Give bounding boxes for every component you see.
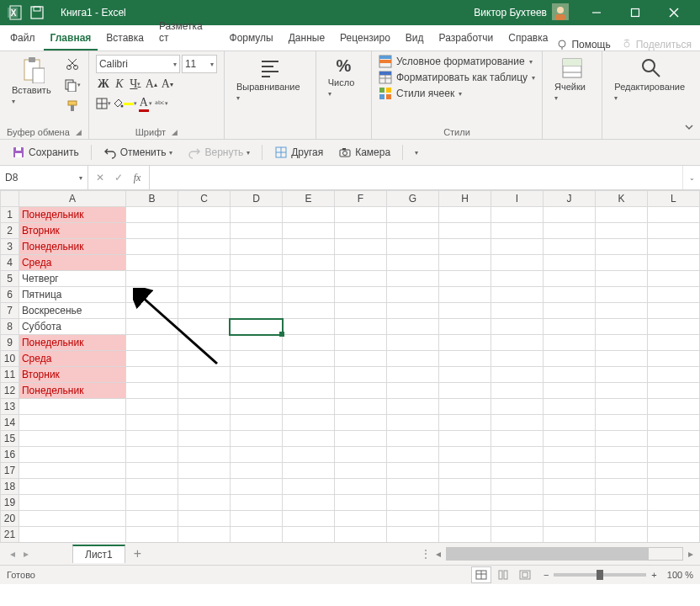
cell-I6[interactable] bbox=[491, 287, 544, 303]
cell-C2[interactable] bbox=[178, 223, 230, 239]
cell-A3[interactable]: Понедельник bbox=[19, 239, 125, 255]
cell-C4[interactable] bbox=[178, 255, 230, 271]
cell-I18[interactable] bbox=[491, 479, 544, 495]
autosave-icon[interactable] bbox=[30, 6, 44, 19]
cell-H17[interactable] bbox=[439, 463, 491, 479]
cell-A4[interactable]: Среда bbox=[19, 255, 125, 271]
cell-D15[interactable] bbox=[230, 431, 282, 447]
hscroll-right[interactable]: ▸ bbox=[688, 548, 693, 560]
cell-I14[interactable] bbox=[491, 415, 544, 431]
cell-J18[interactable] bbox=[543, 479, 595, 495]
row-header-9[interactable]: 9 bbox=[1, 335, 19, 351]
cell-F9[interactable] bbox=[335, 335, 387, 351]
cell-J8[interactable] bbox=[543, 319, 595, 335]
cell-J11[interactable] bbox=[543, 367, 595, 383]
cell-D5[interactable] bbox=[230, 271, 282, 287]
column-header-H[interactable]: H bbox=[439, 191, 491, 207]
clipboard-launcher[interactable]: ◢ bbox=[76, 128, 82, 136]
cell-G12[interactable] bbox=[386, 383, 438, 399]
cell-I1[interactable] bbox=[491, 207, 544, 223]
cell-I12[interactable] bbox=[491, 383, 544, 399]
row-header-2[interactable]: 2 bbox=[1, 223, 19, 239]
cell-I5[interactable] bbox=[491, 271, 544, 287]
cell-I20[interactable] bbox=[491, 511, 544, 527]
fill-color-button[interactable]: ▾ bbox=[112, 95, 137, 112]
cell-B15[interactable] bbox=[125, 431, 178, 447]
cell-B8[interactable] bbox=[125, 319, 178, 335]
cell-G7[interactable] bbox=[386, 303, 438, 319]
tab-разметка ст[interactable]: Разметка ст bbox=[152, 15, 221, 50]
cell-H10[interactable] bbox=[439, 351, 491, 367]
cell-K16[interactable] bbox=[595, 447, 647, 463]
cell-H4[interactable] bbox=[439, 255, 491, 271]
cell-F7[interactable] bbox=[335, 303, 387, 319]
cell-G6[interactable] bbox=[386, 287, 438, 303]
tab-разработчи[interactable]: Разработчи bbox=[432, 27, 501, 50]
cell-J6[interactable] bbox=[543, 287, 595, 303]
cell-G14[interactable] bbox=[386, 415, 438, 431]
view-page-break-button[interactable] bbox=[515, 566, 535, 583]
cell-E10[interactable] bbox=[283, 351, 335, 367]
cell-G18[interactable] bbox=[386, 479, 438, 495]
cell-K11[interactable] bbox=[595, 367, 647, 383]
cell-C17[interactable] bbox=[178, 463, 230, 479]
cell-F11[interactable] bbox=[335, 367, 387, 383]
cell-F12[interactable] bbox=[335, 383, 387, 399]
cell-A15[interactable] bbox=[19, 431, 125, 447]
cell-A7[interactable]: Воскресенье bbox=[19, 303, 125, 319]
select-all-cell[interactable] bbox=[1, 191, 19, 207]
cell-E5[interactable] bbox=[283, 271, 335, 287]
cell-G8[interactable] bbox=[386, 319, 438, 335]
row-header-1[interactable]: 1 bbox=[1, 207, 19, 223]
cell-I13[interactable] bbox=[491, 399, 544, 415]
cell-H9[interactable] bbox=[439, 335, 491, 351]
column-header-E[interactable]: E bbox=[283, 191, 335, 207]
cell-J12[interactable] bbox=[543, 383, 595, 399]
cell-G15[interactable] bbox=[386, 431, 438, 447]
worksheet-grid[interactable]: ABCDEFGHIJKL1Понедельник2Вторник3Понедел… bbox=[0, 190, 700, 542]
cell-J14[interactable] bbox=[543, 415, 595, 431]
cell-G10[interactable] bbox=[386, 351, 438, 367]
cell-L5[interactable] bbox=[647, 271, 699, 287]
cell-B18[interactable] bbox=[125, 479, 178, 495]
cell-H6[interactable] bbox=[439, 287, 491, 303]
cell-C10[interactable] bbox=[178, 351, 230, 367]
cell-I17[interactable] bbox=[491, 463, 544, 479]
paste-button[interactable]: Вставить ▾ bbox=[7, 55, 60, 107]
cell-F6[interactable] bbox=[335, 287, 387, 303]
cell-J13[interactable] bbox=[543, 399, 595, 415]
maximize-button[interactable] bbox=[616, 0, 655, 25]
name-box[interactable]: D8▾ bbox=[0, 166, 88, 189]
cell-L11[interactable] bbox=[647, 367, 699, 383]
cell-C12[interactable] bbox=[178, 383, 230, 399]
editing-button[interactable]: Редактирование ▾ bbox=[609, 55, 693, 104]
other-button[interactable]: Другая bbox=[269, 143, 328, 162]
insert-function-button[interactable]: fx bbox=[129, 169, 146, 186]
row-header-12[interactable]: 12 bbox=[1, 383, 19, 399]
cell-D12[interactable] bbox=[230, 383, 282, 399]
cell-C19[interactable] bbox=[178, 495, 230, 511]
cell-H18[interactable] bbox=[439, 479, 491, 495]
tab-справка[interactable]: Справка bbox=[501, 27, 554, 50]
tab-вид[interactable]: Вид bbox=[399, 27, 431, 50]
format-as-table-button[interactable]: Форматировать как таблицу▾ bbox=[379, 71, 535, 84]
cell-L6[interactable] bbox=[647, 287, 699, 303]
cell-B21[interactable] bbox=[125, 527, 178, 543]
zoom-out-button[interactable]: − bbox=[544, 570, 549, 580]
cell-L20[interactable] bbox=[647, 511, 699, 527]
tab-данные[interactable]: Данные bbox=[282, 27, 331, 50]
cell-B10[interactable] bbox=[125, 351, 178, 367]
bold-button[interactable]: Ж bbox=[96, 76, 111, 93]
cell-K1[interactable] bbox=[595, 207, 647, 223]
tab-файл[interactable]: Файл bbox=[3, 27, 42, 50]
cell-E4[interactable] bbox=[283, 255, 335, 271]
cell-G21[interactable] bbox=[386, 527, 438, 543]
cancel-formula-button[interactable]: ✕ bbox=[92, 169, 109, 186]
cell-F2[interactable] bbox=[335, 223, 387, 239]
cell-K9[interactable] bbox=[595, 335, 647, 351]
cell-L7[interactable] bbox=[647, 303, 699, 319]
cell-L12[interactable] bbox=[647, 383, 699, 399]
cell-B11[interactable] bbox=[125, 367, 178, 383]
cell-A16[interactable] bbox=[19, 447, 125, 463]
cell-G17[interactable] bbox=[386, 463, 438, 479]
